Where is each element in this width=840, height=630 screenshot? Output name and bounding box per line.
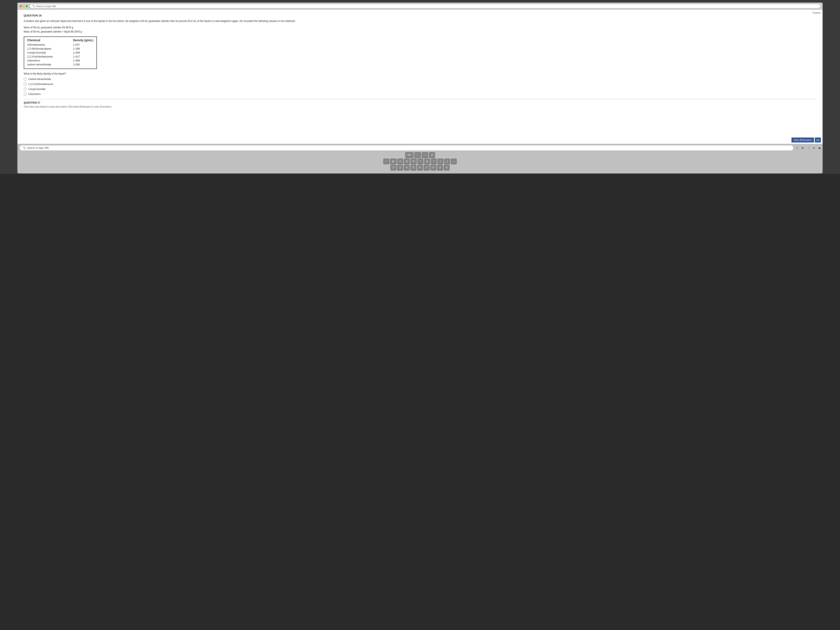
keyboard-search-text: Search or type URL [27,147,49,149]
keyboard: 🔍 Search or type URL ☆ ⊕ 〔 ✳ ◀ esc ← → ↺… [17,144,823,174]
key-2[interactable]: 2 [390,165,396,170]
bottom-action-bar: Save All Answers Sa [790,136,823,144]
answer-option-opt1[interactable]: Carbon tetrachloride [24,78,816,81]
table-header-row: Chemical Density (g/mL) [24,37,96,43]
reload-key[interactable]: ↺ [429,152,435,158]
chemical-density-value: 1.189 [73,47,80,50]
forward-key[interactable]: → [422,152,428,158]
points-badge: 4 points [813,11,821,14]
chemical-name: chlorobenzene [27,43,65,46]
key-asterisk[interactable]: * [431,158,437,164]
key-open-paren[interactable]: ( [437,158,443,164]
table-row: chlorobenzene1.027 [27,43,93,47]
keyboard-rows: esc ← → ↺ ! @ # $ % ^ & * ( ) – 2 3 [20,152,821,170]
chemical-density-value: 1.595 [73,63,80,66]
answer-label-opt1: Carbon tetrachloride [28,78,51,81]
table-body: chlorobenzene1.0271,3-dichloropropane1.1… [24,43,96,68]
table-row: 1,3-dichloropropane1.189 [27,47,93,51]
minimize-button-dot[interactable] [23,5,25,7]
key-row-numbers: ! @ # $ % ^ & * ( ) – [20,158,821,164]
question-16-header: QUESTION 16 [24,14,816,17]
radio-button-opt4[interactable] [24,93,27,96]
address-bar[interactable]: 🔍 Search or type URL [30,4,821,8]
key-row-digits: 2 3 4 5 6 7 8 9 0 [20,165,821,170]
answer-label-opt4: Chloroform [28,93,41,96]
save-instruction-text: Click Save and Submit to save and submit… [24,106,816,108]
question-prompt: What is the likely identity of the liqui… [24,72,816,75]
chemical-name: chloroform [27,59,65,62]
key-7[interactable]: 7 [424,165,429,170]
answer-option-opt2[interactable]: 1,2,3-trichlorobenzene [24,83,816,85]
key-dollar[interactable]: $ [404,158,410,164]
key-hash[interactable]: # [397,158,403,164]
maximize-button-dot[interactable] [26,5,28,7]
chemical-name: 1,3-dichloropropane [27,47,65,50]
chemical-density-value: 1.027 [73,43,80,46]
table-row: n-butyl bromide1.299 [27,51,93,55]
address-bar-text: Search or type URL [36,5,57,8]
chemical-name: n-butyl bromide [27,51,65,54]
star-icon: ☆ [796,146,799,150]
save-all-answers-button[interactable]: Save All Answers [791,137,814,142]
key-6[interactable]: 6 [417,165,423,170]
radio-button-opt1[interactable] [24,78,27,81]
key-row-1: esc ← → ↺ [20,152,821,158]
key-percent[interactable]: % [411,158,417,164]
keyboard-top-row: 🔍 Search or type URL ☆ ⊕ 〔 ✳ ◀ [20,145,821,150]
mass-info: Mass of 50-mL graduated cylinder 59.3876… [24,25,816,34]
answer-option-opt4[interactable]: Chloroform [24,93,816,96]
chemical-density-value: 1.498 [73,59,80,62]
volume-icon: ◀ [818,146,820,150]
keyboard-search-bar[interactable]: 🔍 Search or type URL [20,145,794,150]
question-16-text: A student was given an unknown liquid an… [24,19,816,23]
chemical-density-value: 1.417 [73,55,80,58]
asterisk-icon: ✳ [813,146,815,150]
key-close-paren[interactable]: ) [444,158,450,164]
key-caret[interactable]: ^ [417,158,423,164]
table-row: carbon tetrachloride1.595 [27,63,93,66]
density-col-header: Density (g/mL) [73,38,93,42]
radio-button-opt2[interactable] [24,83,27,85]
key-9[interactable]: 9 [437,165,443,170]
chemical-name: carbon tetrachloride [27,63,65,66]
answer-label-opt2: 1,2,3-trichlorobenzene [28,83,53,85]
key-at[interactable]: @ [390,158,396,164]
window-controls [20,5,28,7]
key-exclaim[interactable]: ! [383,158,389,164]
chemical-density-value: 1.299 [73,51,80,54]
quiz-content-area: 4 points QUESTION 16 A student was given… [17,10,823,144]
key-ampersand[interactable]: & [424,158,430,164]
chemical-name: 1,2,3-trichlorbenzene [27,55,65,58]
table-row: 1,2,3-trichlorbenzene1.417 [27,55,93,58]
answer-option-opt3[interactable]: n-butyl bromide [24,88,816,91]
mass-line-2: Mass of 50-mL graduated cylinder + liqui… [24,30,816,34]
chemical-density-table: Chemical Density (g/mL) chlorobenzene1.0… [24,36,97,69]
key-3[interactable]: 3 [397,165,403,170]
key-5[interactable]: 5 [411,165,416,170]
close-button-dot[interactable] [20,5,22,7]
question-17-header: QUESTION 17 [24,101,816,104]
bracket-icon: 〔 [807,146,810,150]
laptop-frame: 🔍 Search or type URL 4 points QUESTION 1… [0,0,840,174]
key-0[interactable]: 0 [444,165,450,170]
save-button[interactable]: Sa [815,137,821,142]
keyboard-right-icons: ☆ ⊕ 〔 ✳ ◀ [796,146,820,150]
plus-icon: ⊕ [802,146,804,150]
radio-button-opt3[interactable] [24,88,27,91]
mass-line-1: Mass of 50-mL graduated cylinder 59.3876… [24,25,816,30]
browser-chrome: 🔍 Search or type URL [17,3,823,10]
table-row: chloroform1.498 [27,58,93,63]
key-4[interactable]: 4 [404,165,410,170]
key-8[interactable]: 8 [430,165,436,170]
back-key[interactable]: ← [414,152,421,158]
key-dash[interactable]: – [451,158,457,164]
keyboard-search-icon: 🔍 [23,147,26,149]
answer-label-opt3: n-butyl bromide [28,88,46,91]
search-icon: 🔍 [32,5,35,8]
laptop-screen: 🔍 Search or type URL 4 points QUESTION 1… [17,2,823,144]
answer-choices: Carbon tetrachloride1,2,3-trichlorobenze… [24,78,816,96]
esc-key[interactable]: esc [405,152,414,158]
chemical-col-header: Chemical [27,38,65,42]
